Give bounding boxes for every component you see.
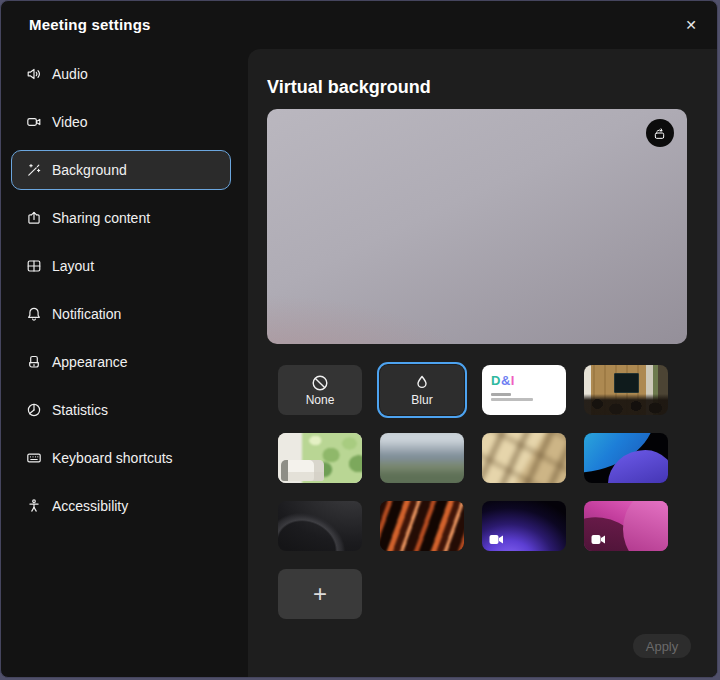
- virtual-background-panel: Virtual background NoneBlurD&I + Apply: [248, 49, 717, 677]
- pie-chart-icon: [26, 402, 42, 418]
- sidebar-item-appearance[interactable]: Appearance: [11, 342, 231, 382]
- sidebar-item-accessibility[interactable]: Accessibility: [11, 486, 231, 526]
- sidebar-item-layout[interactable]: Layout: [11, 246, 231, 286]
- sidebar-item-sharing-content[interactable]: Sharing content: [11, 198, 231, 238]
- flip-camera-button[interactable]: [646, 119, 674, 147]
- video-camera-badge-icon: [489, 534, 504, 545]
- meeting-settings-dialog: Meeting settings ✕ AudioVideoBackgroundS…: [0, 0, 718, 678]
- sidebar-item-label: Sharing content: [52, 210, 150, 226]
- close-icon: ✕: [685, 17, 697, 33]
- sidebar-item-video[interactable]: Video: [11, 102, 231, 142]
- sidebar-item-keyboard-shortcuts[interactable]: Keyboard shortcuts: [11, 438, 231, 478]
- add-background-button[interactable]: +: [278, 569, 362, 619]
- keyboard-icon: [26, 450, 42, 466]
- flip-camera-icon: [652, 125, 668, 141]
- speaker-icon: [26, 66, 42, 82]
- sidebar-item-label: Keyboard shortcuts: [52, 450, 173, 466]
- sidebar-item-statistics[interactable]: Statistics: [11, 390, 231, 430]
- background-tile-blue-abstract[interactable]: [584, 433, 668, 483]
- background-tile-living-room[interactable]: [278, 433, 362, 483]
- paintbrush-icon: [26, 354, 42, 370]
- sidebar-item-label: Video: [52, 114, 88, 130]
- prohibit-icon: [310, 373, 330, 393]
- background-tile-dark-smoke[interactable]: [278, 501, 362, 551]
- background-tile-grid: NoneBlurD&I +: [278, 365, 668, 619]
- sidebar-item-label: Appearance: [52, 354, 128, 370]
- background-tile-pink-waves[interactable]: [584, 501, 668, 551]
- droplet-icon: [412, 373, 432, 393]
- settings-sidebar: AudioVideoBackgroundSharing contentLayou…: [1, 49, 248, 677]
- background-tile-window-light[interactable]: [482, 433, 566, 483]
- background-tile-purple-glow[interactable]: [482, 501, 566, 551]
- tile-label: Blur: [411, 393, 432, 407]
- accessibility-icon: [26, 498, 42, 514]
- layout-grid-icon: [26, 258, 42, 274]
- sidebar-item-audio[interactable]: Audio: [11, 54, 231, 94]
- background-tile-none[interactable]: None: [278, 365, 362, 415]
- video-camera-badge-icon: [591, 534, 606, 545]
- title-bar: Meeting settings ✕: [1, 1, 717, 49]
- magic-wand-icon: [26, 162, 42, 178]
- apply-button[interactable]: Apply: [633, 634, 691, 658]
- camera-icon: [26, 114, 42, 130]
- background-tile-d-and-i[interactable]: D&I: [482, 365, 566, 415]
- background-tile-office-room[interactable]: [584, 365, 668, 415]
- sidebar-item-label: Notification: [52, 306, 121, 322]
- bell-icon: [26, 306, 42, 322]
- panel-heading: Virtual background: [267, 77, 431, 98]
- sidebar-item-background[interactable]: Background: [11, 150, 231, 190]
- plus-icon: +: [313, 582, 327, 606]
- share-icon: [26, 210, 42, 226]
- dialog-title: Meeting settings: [29, 16, 151, 33]
- sidebar-item-label: Accessibility: [52, 498, 128, 514]
- close-button[interactable]: ✕: [677, 11, 705, 39]
- sidebar-item-label: Layout: [52, 258, 94, 274]
- sidebar-item-label: Background: [52, 162, 127, 178]
- sidebar-item-label: Audio: [52, 66, 88, 82]
- background-tile-blur[interactable]: Blur: [380, 365, 464, 415]
- sidebar-item-label: Statistics: [52, 402, 108, 418]
- tile-label: None: [306, 393, 335, 407]
- camera-preview: [267, 109, 687, 344]
- logo-caption-line: [491, 393, 511, 396]
- background-tile-blurred-mountains[interactable]: [380, 433, 464, 483]
- sidebar-item-notification[interactable]: Notification: [11, 294, 231, 334]
- d-and-i-logo: D&I: [491, 373, 515, 388]
- logo-caption-line: [491, 398, 533, 401]
- background-tile-lava-marble[interactable]: [380, 501, 464, 551]
